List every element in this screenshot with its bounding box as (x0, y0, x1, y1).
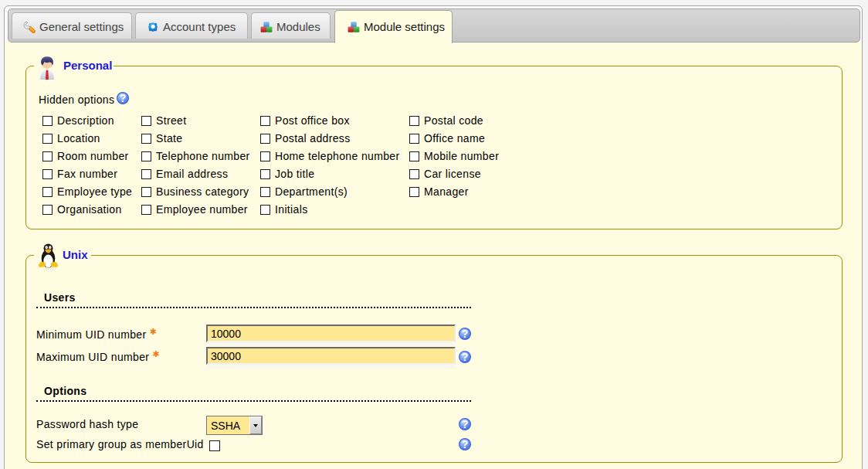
svg-text:?: ? (462, 438, 469, 450)
svg-text:?: ? (462, 351, 469, 363)
svg-text:?: ? (120, 92, 127, 104)
svg-text:?: ? (462, 328, 469, 340)
svg-text:?: ? (462, 418, 469, 430)
